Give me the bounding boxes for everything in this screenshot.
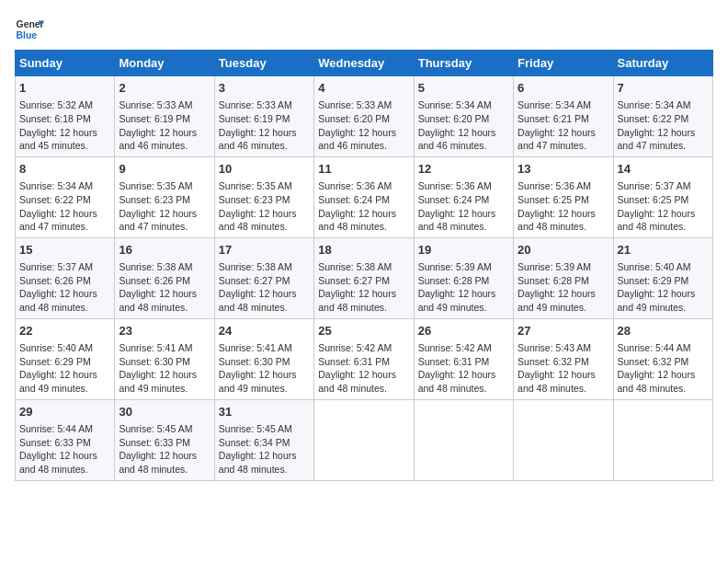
calendar-cell: 29Sunrise: 5:44 AMSunset: 6:33 PMDayligh… <box>16 399 115 480</box>
sunset-text: Sunset: 6:24 PM <box>418 194 490 205</box>
sunset-text: Sunset: 6:25 PM <box>618 194 689 205</box>
sunset-text: Sunset: 6:30 PM <box>219 356 290 367</box>
day-number: 13 <box>518 161 609 178</box>
day-number: 3 <box>219 80 310 97</box>
sunset-text: Sunset: 6:30 PM <box>119 356 190 367</box>
sunset-text: Sunset: 6:32 PM <box>518 356 589 367</box>
daylight-text: Daylight: 12 hours and 49 minutes. <box>618 288 696 313</box>
calendar-cell: 22Sunrise: 5:40 AMSunset: 6:29 PMDayligh… <box>16 318 115 399</box>
daylight-text: Daylight: 12 hours and 47 minutes. <box>19 208 97 233</box>
daylight-text: Daylight: 12 hours and 47 minutes. <box>119 208 197 233</box>
sunrise-text: Sunrise: 5:38 AM <box>219 261 292 272</box>
day-number: 2 <box>119 80 210 97</box>
sunrise-text: Sunrise: 5:33 AM <box>119 99 192 110</box>
calendar-cell: 11Sunrise: 5:36 AMSunset: 6:24 PMDayligh… <box>314 156 414 237</box>
calendar-week-2: 8Sunrise: 5:34 AMSunset: 6:22 PMDaylight… <box>16 156 713 237</box>
daylight-text: Daylight: 12 hours and 49 minutes. <box>418 288 496 313</box>
calendar-cell: 26Sunrise: 5:42 AMSunset: 6:31 PMDayligh… <box>414 318 513 399</box>
sunset-text: Sunset: 6:20 PM <box>418 113 490 124</box>
sunset-text: Sunset: 6:31 PM <box>318 356 390 367</box>
calendar-cell: 6Sunrise: 5:34 AMSunset: 6:21 PMDaylight… <box>514 76 613 157</box>
calendar-cell: 3Sunrise: 5:33 AMSunset: 6:19 PMDaylight… <box>214 76 313 157</box>
calendar-cell: 30Sunrise: 5:45 AMSunset: 6:33 PMDayligh… <box>115 399 214 480</box>
sunset-text: Sunset: 6:28 PM <box>418 275 490 286</box>
daylight-text: Daylight: 12 hours and 48 minutes. <box>19 288 97 313</box>
calendar-header-wednesday: Wednesday <box>314 51 414 76</box>
calendar-header-sunday: Sunday <box>16 51 115 76</box>
sunset-text: Sunset: 6:26 PM <box>119 275 190 286</box>
calendar-cell: 23Sunrise: 5:41 AMSunset: 6:30 PMDayligh… <box>115 318 214 399</box>
day-number: 29 <box>19 404 110 420</box>
sunrise-text: Sunrise: 5:39 AM <box>418 261 492 272</box>
daylight-text: Daylight: 12 hours and 48 minutes. <box>219 450 297 475</box>
calendar-week-1: 1Sunrise: 5:32 AMSunset: 6:18 PMDaylight… <box>16 76 713 157</box>
calendar-header-row: SundayMondayTuesdayWednesdayThursdayFrid… <box>16 51 713 76</box>
sunrise-text: Sunrise: 5:43 AM <box>518 342 591 353</box>
day-number: 24 <box>219 323 310 339</box>
day-number: 8 <box>19 161 110 178</box>
calendar-table: SundayMondayTuesdayWednesdayThursdayFrid… <box>15 50 713 481</box>
sunrise-text: Sunrise: 5:37 AM <box>19 261 93 272</box>
sunset-text: Sunset: 6:29 PM <box>618 275 689 286</box>
sunrise-text: Sunrise: 5:44 AM <box>618 342 691 353</box>
sunset-text: Sunset: 6:33 PM <box>119 437 190 448</box>
sunset-text: Sunset: 6:24 PM <box>318 194 390 205</box>
day-number: 6 <box>518 80 609 97</box>
sunrise-text: Sunrise: 5:38 AM <box>318 261 392 272</box>
sunset-text: Sunset: 6:31 PM <box>418 356 490 367</box>
sunrise-text: Sunrise: 5:34 AM <box>418 99 492 110</box>
day-number: 31 <box>219 404 310 420</box>
daylight-text: Daylight: 12 hours and 48 minutes. <box>219 288 297 313</box>
day-number: 23 <box>119 323 210 339</box>
sunset-text: Sunset: 6:34 PM <box>219 437 290 448</box>
sunset-text: Sunset: 6:33 PM <box>19 437 91 448</box>
sunset-text: Sunset: 6:27 PM <box>318 275 390 286</box>
calendar-cell: 9Sunrise: 5:35 AMSunset: 6:23 PMDaylight… <box>115 156 214 237</box>
sunset-text: Sunset: 6:22 PM <box>618 113 689 124</box>
calendar-week-3: 15Sunrise: 5:37 AMSunset: 6:26 PMDayligh… <box>16 237 713 318</box>
daylight-text: Daylight: 12 hours and 45 minutes. <box>19 127 97 152</box>
calendar-cell <box>314 399 414 480</box>
sunset-text: Sunset: 6:21 PM <box>518 113 589 124</box>
day-number: 25 <box>318 323 409 339</box>
sunset-text: Sunset: 6:25 PM <box>518 194 589 205</box>
daylight-text: Daylight: 12 hours and 48 minutes. <box>119 450 197 475</box>
sunrise-text: Sunrise: 5:39 AM <box>518 261 591 272</box>
sunrise-text: Sunrise: 5:36 AM <box>518 180 591 191</box>
sunrise-text: Sunrise: 5:34 AM <box>618 99 691 110</box>
calendar-body: 1Sunrise: 5:32 AMSunset: 6:18 PMDaylight… <box>16 76 713 481</box>
logo: General Blue <box>15 15 44 44</box>
day-number: 17 <box>219 242 310 259</box>
logo-icon: General Blue <box>15 15 44 44</box>
sunrise-text: Sunrise: 5:40 AM <box>618 261 691 272</box>
sunrise-text: Sunrise: 5:35 AM <box>119 180 192 191</box>
sunset-text: Sunset: 6:28 PM <box>518 275 589 286</box>
day-number: 4 <box>318 80 409 97</box>
calendar-cell: 10Sunrise: 5:35 AMSunset: 6:23 PMDayligh… <box>214 156 313 237</box>
svg-text:Blue: Blue <box>17 30 38 40</box>
sunset-text: Sunset: 6:22 PM <box>19 194 91 205</box>
daylight-text: Daylight: 12 hours and 47 minutes. <box>518 127 596 152</box>
calendar-cell: 19Sunrise: 5:39 AMSunset: 6:28 PMDayligh… <box>414 237 513 318</box>
calendar-cell: 15Sunrise: 5:37 AMSunset: 6:26 PMDayligh… <box>16 237 115 318</box>
day-number: 14 <box>618 161 709 178</box>
sunset-text: Sunset: 6:27 PM <box>219 275 290 286</box>
daylight-text: Daylight: 12 hours and 48 minutes. <box>19 450 97 475</box>
calendar-header-friday: Friday <box>514 51 613 76</box>
sunrise-text: Sunrise: 5:37 AM <box>618 180 691 191</box>
page-header: General Blue <box>15 15 713 44</box>
calendar-header-monday: Monday <box>115 51 214 76</box>
calendar-cell: 4Sunrise: 5:33 AMSunset: 6:20 PMDaylight… <box>314 76 414 157</box>
day-number: 5 <box>418 80 509 97</box>
calendar-week-4: 22Sunrise: 5:40 AMSunset: 6:29 PMDayligh… <box>16 318 713 399</box>
sunset-text: Sunset: 6:26 PM <box>19 275 91 286</box>
day-number: 26 <box>418 323 509 339</box>
daylight-text: Daylight: 12 hours and 48 minutes. <box>518 208 596 233</box>
sunrise-text: Sunrise: 5:40 AM <box>19 342 93 353</box>
sunset-text: Sunset: 6:19 PM <box>119 113 190 124</box>
calendar-cell: 13Sunrise: 5:36 AMSunset: 6:25 PMDayligh… <box>514 156 613 237</box>
sunrise-text: Sunrise: 5:44 AM <box>19 423 93 434</box>
daylight-text: Daylight: 12 hours and 46 minutes. <box>318 127 396 152</box>
sunrise-text: Sunrise: 5:42 AM <box>418 342 492 353</box>
calendar-cell: 8Sunrise: 5:34 AMSunset: 6:22 PMDaylight… <box>16 156 115 237</box>
